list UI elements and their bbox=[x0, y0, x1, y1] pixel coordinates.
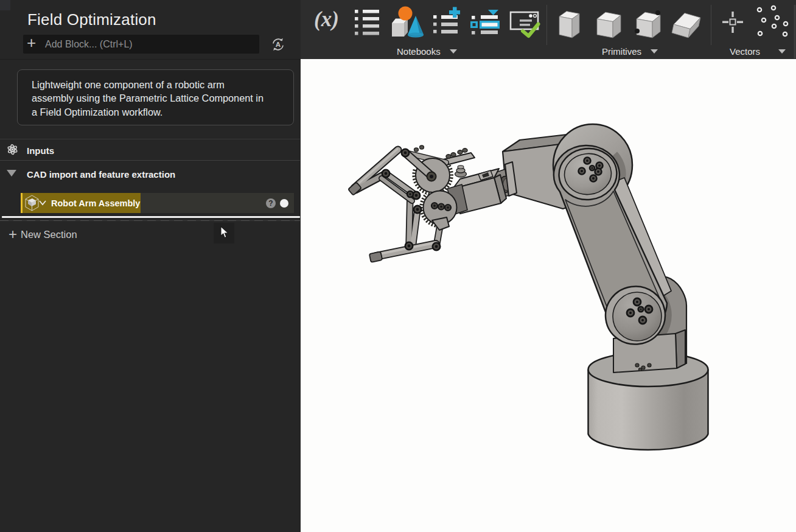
svg-text:A: A bbox=[276, 41, 281, 48]
